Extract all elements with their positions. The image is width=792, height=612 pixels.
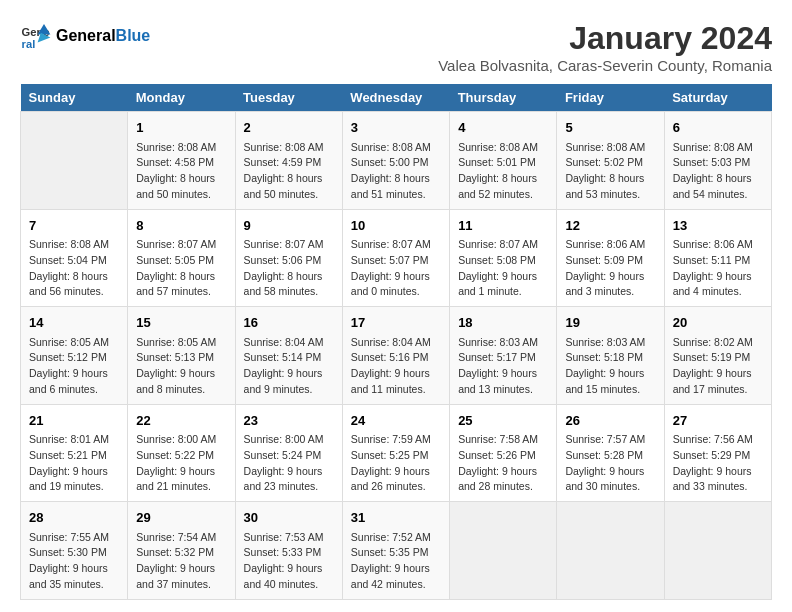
calendar-cell: 15Sunrise: 8:05 AMSunset: 5:13 PMDayligh… (128, 307, 235, 405)
day-number: 31 (351, 508, 441, 528)
svg-text:ral: ral (22, 38, 36, 50)
calendar-cell: 9Sunrise: 8:07 AMSunset: 5:06 PMDaylight… (235, 209, 342, 307)
day-number: 16 (244, 313, 334, 333)
day-number: 5 (565, 118, 655, 138)
day-info: Sunrise: 8:08 AMSunset: 5:00 PMDaylight:… (351, 140, 441, 203)
day-number: 17 (351, 313, 441, 333)
calendar-cell: 29Sunrise: 7:54 AMSunset: 5:32 PMDayligh… (128, 502, 235, 600)
main-title: January 2024 (438, 20, 772, 57)
day-info: Sunrise: 8:08 AMSunset: 4:58 PMDaylight:… (136, 140, 226, 203)
logo-blue: Blue (116, 27, 151, 44)
header-day-tuesday: Tuesday (235, 84, 342, 112)
header-row: SundayMondayTuesdayWednesdayThursdayFrid… (21, 84, 772, 112)
day-info: Sunrise: 8:00 AMSunset: 5:22 PMDaylight:… (136, 432, 226, 495)
day-number: 28 (29, 508, 119, 528)
calendar-cell: 27Sunrise: 7:56 AMSunset: 5:29 PMDayligh… (664, 404, 771, 502)
day-number: 29 (136, 508, 226, 528)
calendar-cell: 21Sunrise: 8:01 AMSunset: 5:21 PMDayligh… (21, 404, 128, 502)
day-number: 7 (29, 216, 119, 236)
day-info: Sunrise: 8:02 AMSunset: 5:19 PMDaylight:… (673, 335, 763, 398)
week-row-3: 21Sunrise: 8:01 AMSunset: 5:21 PMDayligh… (21, 404, 772, 502)
calendar-cell: 6Sunrise: 8:08 AMSunset: 5:03 PMDaylight… (664, 112, 771, 210)
day-number: 14 (29, 313, 119, 333)
header-day-monday: Monday (128, 84, 235, 112)
day-info: Sunrise: 8:05 AMSunset: 5:13 PMDaylight:… (136, 335, 226, 398)
day-info: Sunrise: 8:00 AMSunset: 5:24 PMDaylight:… (244, 432, 334, 495)
day-number: 20 (673, 313, 763, 333)
day-info: Sunrise: 7:52 AMSunset: 5:35 PMDaylight:… (351, 530, 441, 593)
calendar-cell: 13Sunrise: 8:06 AMSunset: 5:11 PMDayligh… (664, 209, 771, 307)
day-info: Sunrise: 8:08 AMSunset: 5:02 PMDaylight:… (565, 140, 655, 203)
day-info: Sunrise: 8:04 AMSunset: 5:16 PMDaylight:… (351, 335, 441, 398)
logo-icon: Gene ral (20, 20, 52, 52)
sub-title: Valea Bolvasnita, Caras-Severin County, … (438, 57, 772, 74)
calendar-cell: 16Sunrise: 8:04 AMSunset: 5:14 PMDayligh… (235, 307, 342, 405)
calendar-body: 1Sunrise: 8:08 AMSunset: 4:58 PMDaylight… (21, 112, 772, 600)
calendar-cell: 17Sunrise: 8:04 AMSunset: 5:16 PMDayligh… (342, 307, 449, 405)
calendar-cell: 2Sunrise: 8:08 AMSunset: 4:59 PMDaylight… (235, 112, 342, 210)
day-info: Sunrise: 8:05 AMSunset: 5:12 PMDaylight:… (29, 335, 119, 398)
day-number: 10 (351, 216, 441, 236)
calendar-cell: 20Sunrise: 8:02 AMSunset: 5:19 PMDayligh… (664, 307, 771, 405)
day-number: 11 (458, 216, 548, 236)
week-row-0: 1Sunrise: 8:08 AMSunset: 4:58 PMDaylight… (21, 112, 772, 210)
day-number: 30 (244, 508, 334, 528)
calendar-cell (557, 502, 664, 600)
day-info: Sunrise: 8:08 AMSunset: 5:01 PMDaylight:… (458, 140, 548, 203)
calendar-cell: 4Sunrise: 8:08 AMSunset: 5:01 PMDaylight… (450, 112, 557, 210)
logo: Gene ral GeneralBlue (20, 20, 150, 52)
calendar-cell: 28Sunrise: 7:55 AMSunset: 5:30 PMDayligh… (21, 502, 128, 600)
header-day-sunday: Sunday (21, 84, 128, 112)
day-info: Sunrise: 8:07 AMSunset: 5:08 PMDaylight:… (458, 237, 548, 300)
calendar-cell: 22Sunrise: 8:00 AMSunset: 5:22 PMDayligh… (128, 404, 235, 502)
calendar-cell: 19Sunrise: 8:03 AMSunset: 5:18 PMDayligh… (557, 307, 664, 405)
day-info: Sunrise: 7:58 AMSunset: 5:26 PMDaylight:… (458, 432, 548, 495)
calendar-cell: 30Sunrise: 7:53 AMSunset: 5:33 PMDayligh… (235, 502, 342, 600)
day-number: 21 (29, 411, 119, 431)
calendar-cell: 24Sunrise: 7:59 AMSunset: 5:25 PMDayligh… (342, 404, 449, 502)
calendar-cell: 11Sunrise: 8:07 AMSunset: 5:08 PMDayligh… (450, 209, 557, 307)
calendar-header: SundayMondayTuesdayWednesdayThursdayFrid… (21, 84, 772, 112)
day-info: Sunrise: 8:08 AMSunset: 5:03 PMDaylight:… (673, 140, 763, 203)
day-number: 22 (136, 411, 226, 431)
logo-general: General (56, 27, 116, 44)
day-number: 15 (136, 313, 226, 333)
day-number: 19 (565, 313, 655, 333)
day-info: Sunrise: 8:07 AMSunset: 5:07 PMDaylight:… (351, 237, 441, 300)
calendar-table: SundayMondayTuesdayWednesdayThursdayFrid… (20, 84, 772, 600)
day-number: 6 (673, 118, 763, 138)
calendar-cell: 7Sunrise: 8:08 AMSunset: 5:04 PMDaylight… (21, 209, 128, 307)
calendar-cell (664, 502, 771, 600)
logo-text-area: GeneralBlue (56, 27, 150, 45)
day-number: 23 (244, 411, 334, 431)
calendar-cell: 12Sunrise: 8:06 AMSunset: 5:09 PMDayligh… (557, 209, 664, 307)
day-info: Sunrise: 8:03 AMSunset: 5:17 PMDaylight:… (458, 335, 548, 398)
title-area: January 2024 Valea Bolvasnita, Caras-Sev… (438, 20, 772, 74)
day-number: 12 (565, 216, 655, 236)
calendar-cell: 5Sunrise: 8:08 AMSunset: 5:02 PMDaylight… (557, 112, 664, 210)
day-number: 25 (458, 411, 548, 431)
calendar-cell: 23Sunrise: 8:00 AMSunset: 5:24 PMDayligh… (235, 404, 342, 502)
day-number: 26 (565, 411, 655, 431)
day-info: Sunrise: 8:08 AMSunset: 5:04 PMDaylight:… (29, 237, 119, 300)
day-info: Sunrise: 8:06 AMSunset: 5:09 PMDaylight:… (565, 237, 655, 300)
day-info: Sunrise: 7:59 AMSunset: 5:25 PMDaylight:… (351, 432, 441, 495)
day-info: Sunrise: 8:07 AMSunset: 5:06 PMDaylight:… (244, 237, 334, 300)
header-day-thursday: Thursday (450, 84, 557, 112)
calendar-cell: 18Sunrise: 8:03 AMSunset: 5:17 PMDayligh… (450, 307, 557, 405)
week-row-2: 14Sunrise: 8:05 AMSunset: 5:12 PMDayligh… (21, 307, 772, 405)
day-info: Sunrise: 8:07 AMSunset: 5:05 PMDaylight:… (136, 237, 226, 300)
day-info: Sunrise: 8:03 AMSunset: 5:18 PMDaylight:… (565, 335, 655, 398)
day-info: Sunrise: 7:55 AMSunset: 5:30 PMDaylight:… (29, 530, 119, 593)
day-info: Sunrise: 7:57 AMSunset: 5:28 PMDaylight:… (565, 432, 655, 495)
week-row-4: 28Sunrise: 7:55 AMSunset: 5:30 PMDayligh… (21, 502, 772, 600)
day-info: Sunrise: 8:04 AMSunset: 5:14 PMDaylight:… (244, 335, 334, 398)
calendar-cell: 14Sunrise: 8:05 AMSunset: 5:12 PMDayligh… (21, 307, 128, 405)
calendar-cell: 25Sunrise: 7:58 AMSunset: 5:26 PMDayligh… (450, 404, 557, 502)
calendar-cell (450, 502, 557, 600)
day-number: 1 (136, 118, 226, 138)
day-info: Sunrise: 8:08 AMSunset: 4:59 PMDaylight:… (244, 140, 334, 203)
header-day-saturday: Saturday (664, 84, 771, 112)
day-number: 13 (673, 216, 763, 236)
day-number: 2 (244, 118, 334, 138)
